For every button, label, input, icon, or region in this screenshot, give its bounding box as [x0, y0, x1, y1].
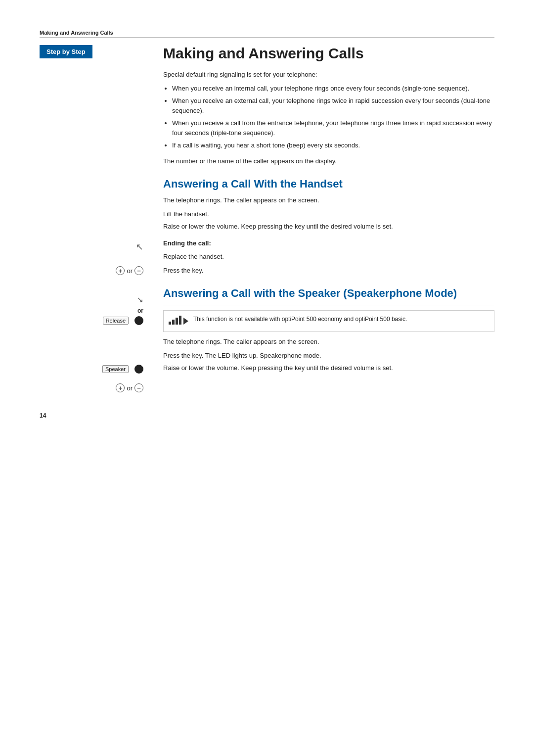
handset-intro: The telephone rings. The caller appears … [163, 195, 494, 205]
lift-handset-text: Lift the handset. [163, 209, 494, 219]
speaker-section-title: Answering a Call with the Speaker (Speak… [163, 287, 494, 300]
step-by-step-label: Step by Step [40, 45, 92, 58]
left-sidebar: Step by Step ↗ + or − ↙ [40, 45, 148, 392]
main-title: Making and Answering Calls [163, 45, 494, 62]
volume-control-icon: + or − [116, 266, 143, 275]
ending-call-section: Ending the call: Replace the handset. Pr… [163, 238, 494, 276]
list-item: When you receive a call from the entranc… [172, 118, 494, 138]
section-divider [163, 305, 494, 305]
handset-lift-icon: ↗ [136, 241, 143, 252]
left-icons-area: ↗ + or − ↙ or [40, 241, 148, 392]
speaker-dot [134, 365, 143, 374]
or-label: or [137, 307, 143, 314]
page-number: 14 [40, 412, 494, 419]
speaker-volume-text: Raise or lower the volume. Keep pressing… [163, 363, 494, 373]
list-item: When you receive an internal call, your … [172, 84, 494, 94]
caller-display-text: The number or the name of the caller app… [163, 156, 494, 166]
page-header-label: Making and Answering Calls [40, 30, 494, 38]
handset-replace-icon: ↙ [137, 295, 143, 304]
info-box: This function is not available with opti… [163, 310, 494, 332]
info-arrow [183, 318, 188, 325]
volume-text: Raise or lower the volume. Keep pressing… [163, 222, 494, 232]
speaker-intro: The telephone rings. The caller appears … [163, 337, 494, 347]
replace-handset-text: Replace the handset. [163, 252, 494, 262]
release-dot [134, 316, 143, 325]
list-item: When you receive an external call, your … [172, 96, 494, 115]
speaker-volume-control-icon: + or − [116, 383, 143, 392]
handset-section-title: Answering a Call With the Handset [163, 178, 494, 190]
ending-call-label: Ending the call: [163, 239, 211, 247]
info-note-text: This function is not available with opti… [193, 315, 407, 324]
info-bars [169, 316, 181, 325]
speaker-press-key-text: Press the key. The LED lights up. Speake… [163, 351, 494, 361]
intro-text: Special default ring signaling is set fo… [163, 70, 494, 80]
list-item: If a call is waiting, you hear a short t… [172, 141, 494, 150]
speaker-key: Speaker [102, 365, 129, 373]
info-icon [169, 315, 188, 325]
release-key: Release [103, 317, 129, 325]
press-key-text: Press the key. [163, 266, 494, 276]
bullet-list: When you receive an internal call, your … [172, 84, 494, 150]
right-content: Making and Answering Calls Special defau… [148, 45, 494, 392]
